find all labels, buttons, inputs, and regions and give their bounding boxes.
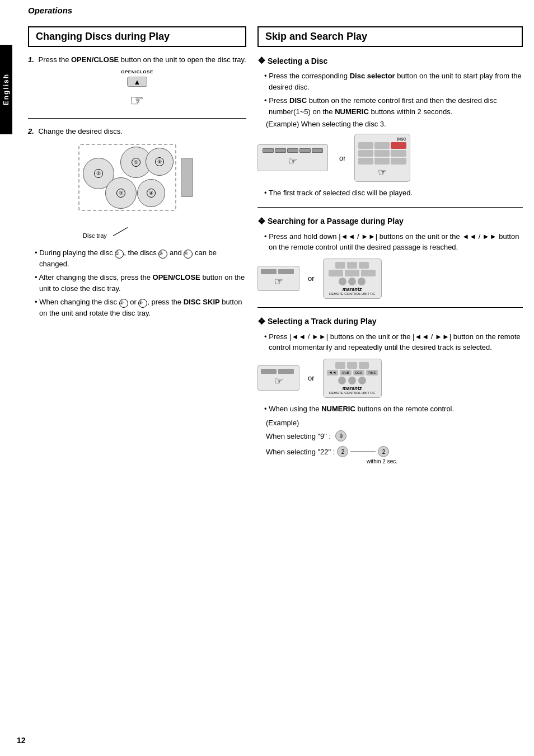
step-2-number: 2.: [28, 127, 34, 135]
unit-diagram-2: ☞: [257, 266, 299, 291]
rb-6: [391, 150, 406, 157]
disc-selector-bold: Disc selector: [350, 72, 395, 80]
step-1: 1. Press the OPEN/CLOSE button on the un…: [28, 55, 246, 64]
disc-tray-label: Disc tray: [83, 232, 107, 239]
or-label-2: or: [308, 274, 315, 283]
eject-button-icon: ▲: [127, 77, 147, 87]
rc3-2: [348, 377, 356, 384]
disc-tray-arrow: [113, 227, 128, 236]
sub3-bullet-1: Press |◄◄ / ►►| buttons on the unit or t…: [264, 331, 523, 353]
disc-3: ③: [105, 177, 137, 209]
left-section-title: Changing Discs during Play: [28, 26, 246, 47]
unit-row-search: [261, 269, 296, 274]
subsection-3-title: ❖ Selecting a Track during Play: [257, 316, 523, 327]
subsection-track: ❖ Selecting a Track during Play Press |◄…: [257, 316, 523, 465]
unit-row-1: [263, 148, 323, 153]
rb-8: [374, 158, 390, 165]
disc-ref-5: ⑤: [138, 299, 147, 308]
remote-label-1: REMOTE CONTROL UNIT RC: [327, 292, 378, 295]
skip-fwd-btn: [278, 269, 294, 274]
remote-diagram-2: marantz REMOTE CONTROL UNIT RC: [323, 259, 382, 299]
rb-4: [358, 150, 373, 157]
within-2sec: within 2 sec.: [367, 458, 523, 464]
step-2-text: Change the desired discs.: [38, 127, 122, 135]
diamond-1: ❖: [257, 55, 265, 66]
disc-ref-4: ④: [184, 250, 193, 259]
bullet-3: When changing the disc ② or ⑤, press the…: [35, 297, 246, 318]
rb3-desire: DES: [353, 370, 365, 375]
numeric-bold-1: NUMERIC: [335, 107, 369, 116]
rb-3-active: [391, 142, 406, 149]
step-2: 2. Change the desired discs.: [28, 127, 246, 135]
sub1-bullet-2: Press DISC button on the remote control …: [264, 95, 523, 117]
unit-row-track: [261, 369, 296, 374]
first-track-note: The first track of selected disc will be…: [264, 187, 523, 199]
left-column: Changing Discs during Play 1. Press the …: [28, 26, 246, 469]
unit-btn-2: [275, 148, 286, 153]
hand-cursor-unit-1: ☞: [263, 155, 323, 167]
rb-t2: [347, 262, 357, 269]
sub1-bullet-1: Press the corresponding Disc selector bu…: [264, 71, 523, 92]
right-section-title: Skip and Search Play: [257, 26, 523, 47]
disc-bold: DISC: [289, 96, 307, 105]
unit-btn-5: [312, 148, 323, 153]
operations-header: Operations: [28, 6, 523, 18]
subsection-2-title: ❖ Searching for a Passage during Play: [257, 216, 523, 227]
subsection-searching: ❖ Searching for a Passage during Play Pr…: [257, 216, 523, 299]
bullet-1: During playing the disc ①, the discs ③ a…: [35, 247, 246, 269]
diamond-2: ❖: [257, 216, 265, 227]
right-column: Skip and Search Play ❖ Selecting a Disc …: [257, 26, 523, 469]
example-9-label: When selecting "9" :: [266, 432, 331, 440]
remote-row-circles-3: [327, 377, 378, 384]
remote-row-skip: [327, 270, 378, 276]
bullet-2: After changing the discs, press the OPEN…: [35, 272, 246, 294]
disc-skip-bold: DISC SKIP: [184, 298, 220, 306]
example-22-label: When selecting "22" :: [266, 448, 335, 456]
disc-tray-diagram: ① ② ⑤ ③ ④: [78, 141, 196, 228]
subsection-selecting-disc: ❖ Selecting a Disc Press the correspondi…: [257, 55, 523, 199]
unit-diagram-1: ☞: [257, 144, 328, 171]
rb-9: [391, 158, 406, 165]
btn-2-second: 2: [378, 446, 389, 457]
remote-brand-3: marantz: [327, 386, 378, 391]
remote-diagram-3: ◄◄ SUB DES TIME marantz REMOTE CONTROL U…: [323, 359, 382, 398]
rb3-t3: [359, 362, 369, 369]
disc-select-diagram: ☞ or DISC: [257, 134, 523, 182]
remote-grid-1: [358, 142, 406, 165]
remote-label-3: REMOTE CONTROL UNIT RC: [327, 391, 378, 395]
track-fwd-btn: [278, 369, 294, 374]
rb-7: [358, 158, 373, 165]
disc-ref-2: ②: [119, 299, 128, 308]
rc-3: [358, 278, 366, 285]
rc-1: [339, 278, 346, 285]
rb3-t1: [335, 362, 345, 369]
disc-4-number: ④: [147, 189, 156, 198]
rc-2: [348, 278, 356, 285]
remote-diagram-1: DISC ☞: [354, 134, 410, 182]
rb3-sub: SUB: [340, 370, 352, 375]
or-label-3: or: [308, 374, 315, 382]
rb-disc: [361, 270, 376, 276]
track-diagram: ☞ or ◄◄ SUB DES T: [257, 359, 523, 398]
example-22-row: When selecting "22" : 2 2: [266, 446, 523, 457]
open-close-diagram-container: OPEN/CLOSE ▲ ☞: [28, 69, 246, 110]
open-close-bold-2: OPEN/CLOSE: [153, 273, 200, 281]
rc3-1: [338, 377, 346, 384]
step-1-number: 1.: [28, 55, 34, 64]
hand-cursor-track-1: ☞: [261, 375, 296, 387]
disc-1-number: ①: [132, 158, 140, 167]
main-content: Operations Changing Discs during Play 1.…: [17, 0, 534, 491]
example-block: (Example) When selecting "9" : 9 When se…: [266, 419, 523, 464]
hand-cursor-1: ☞: [130, 91, 144, 110]
numeric-bold-2: NUMERIC: [321, 405, 355, 413]
divider-1: [28, 118, 246, 119]
two-column-layout: Changing Discs during Play 1. Press the …: [28, 26, 523, 469]
rb-5: [374, 150, 390, 157]
rb-t3: [359, 262, 369, 269]
diamond-3: ❖: [257, 316, 265, 327]
disc-5: ⑤: [146, 148, 174, 176]
search-diagram: ☞ or: [257, 259, 523, 299]
example-9-row: When selecting "9" : 9: [266, 430, 523, 442]
rb-t1: [335, 262, 345, 269]
open-close-bold: OPEN/CLOSE: [71, 55, 119, 64]
